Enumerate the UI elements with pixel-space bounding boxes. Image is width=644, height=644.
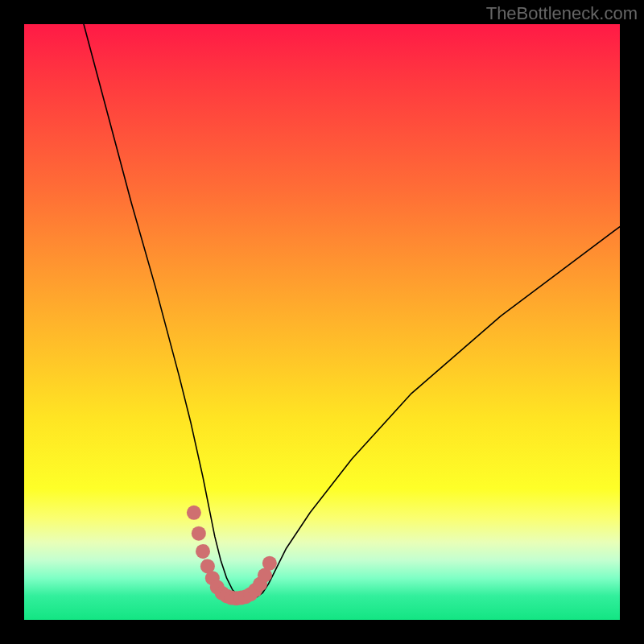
highlight-dot: [187, 506, 201, 520]
highlight-dot: [192, 526, 206, 541]
bottleneck-curve: [84, 24, 620, 599]
chart-stage: TheBottleneck.com: [0, 0, 644, 644]
highlight-dot: [262, 556, 277, 571]
watermark-text: TheBottleneck.com: [486, 3, 638, 24]
highlight-dot: [196, 544, 210, 559]
chart-svg: [24, 24, 620, 620]
plot-area: [24, 24, 620, 620]
